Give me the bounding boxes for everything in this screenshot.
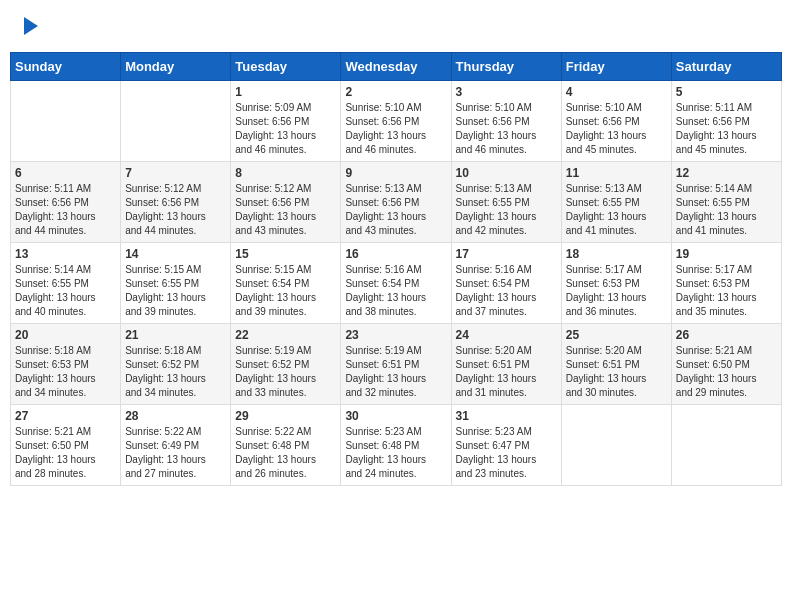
day-number: 30 (345, 409, 446, 423)
day-number: 1 (235, 85, 336, 99)
calendar-cell: 12Sunrise: 5:14 AM Sunset: 6:55 PM Dayli… (671, 162, 781, 243)
day-info: Sunrise: 5:10 AM Sunset: 6:56 PM Dayligh… (345, 101, 446, 157)
day-info: Sunrise: 5:11 AM Sunset: 6:56 PM Dayligh… (15, 182, 116, 238)
calendar-cell: 26Sunrise: 5:21 AM Sunset: 6:50 PM Dayli… (671, 324, 781, 405)
day-number: 21 (125, 328, 226, 342)
calendar-cell: 30Sunrise: 5:23 AM Sunset: 6:48 PM Dayli… (341, 405, 451, 486)
calendar-header-sunday: Sunday (11, 53, 121, 81)
calendar-cell: 31Sunrise: 5:23 AM Sunset: 6:47 PM Dayli… (451, 405, 561, 486)
calendar-cell: 24Sunrise: 5:20 AM Sunset: 6:51 PM Dayli… (451, 324, 561, 405)
calendar-cell: 2Sunrise: 5:10 AM Sunset: 6:56 PM Daylig… (341, 81, 451, 162)
day-info: Sunrise: 5:22 AM Sunset: 6:49 PM Dayligh… (125, 425, 226, 481)
calendar-header-wednesday: Wednesday (341, 53, 451, 81)
calendar-cell: 14Sunrise: 5:15 AM Sunset: 6:55 PM Dayli… (121, 243, 231, 324)
day-info: Sunrise: 5:23 AM Sunset: 6:47 PM Dayligh… (456, 425, 557, 481)
calendar-header-monday: Monday (121, 53, 231, 81)
day-number: 29 (235, 409, 336, 423)
calendar-cell: 8Sunrise: 5:12 AM Sunset: 6:56 PM Daylig… (231, 162, 341, 243)
day-info: Sunrise: 5:12 AM Sunset: 6:56 PM Dayligh… (235, 182, 336, 238)
day-number: 15 (235, 247, 336, 261)
calendar-cell (121, 81, 231, 162)
page-header (10, 10, 782, 42)
calendar-cell: 25Sunrise: 5:20 AM Sunset: 6:51 PM Dayli… (561, 324, 671, 405)
calendar-cell: 15Sunrise: 5:15 AM Sunset: 6:54 PM Dayli… (231, 243, 341, 324)
day-info: Sunrise: 5:18 AM Sunset: 6:53 PM Dayligh… (15, 344, 116, 400)
day-number: 11 (566, 166, 667, 180)
day-number: 31 (456, 409, 557, 423)
calendar-cell (561, 405, 671, 486)
day-number: 5 (676, 85, 777, 99)
calendar-cell: 16Sunrise: 5:16 AM Sunset: 6:54 PM Dayli… (341, 243, 451, 324)
calendar-header-tuesday: Tuesday (231, 53, 341, 81)
day-info: Sunrise: 5:12 AM Sunset: 6:56 PM Dayligh… (125, 182, 226, 238)
calendar-cell: 28Sunrise: 5:22 AM Sunset: 6:49 PM Dayli… (121, 405, 231, 486)
day-info: Sunrise: 5:23 AM Sunset: 6:48 PM Dayligh… (345, 425, 446, 481)
day-number: 12 (676, 166, 777, 180)
day-number: 26 (676, 328, 777, 342)
day-info: Sunrise: 5:21 AM Sunset: 6:50 PM Dayligh… (15, 425, 116, 481)
calendar-cell: 17Sunrise: 5:16 AM Sunset: 6:54 PM Dayli… (451, 243, 561, 324)
day-number: 18 (566, 247, 667, 261)
calendar-cell: 9Sunrise: 5:13 AM Sunset: 6:56 PM Daylig… (341, 162, 451, 243)
day-number: 13 (15, 247, 116, 261)
day-number: 20 (15, 328, 116, 342)
calendar-cell: 3Sunrise: 5:10 AM Sunset: 6:56 PM Daylig… (451, 81, 561, 162)
day-info: Sunrise: 5:22 AM Sunset: 6:48 PM Dayligh… (235, 425, 336, 481)
calendar-cell: 6Sunrise: 5:11 AM Sunset: 6:56 PM Daylig… (11, 162, 121, 243)
day-info: Sunrise: 5:10 AM Sunset: 6:56 PM Dayligh… (456, 101, 557, 157)
calendar-cell: 20Sunrise: 5:18 AM Sunset: 6:53 PM Dayli… (11, 324, 121, 405)
day-info: Sunrise: 5:15 AM Sunset: 6:54 PM Dayligh… (235, 263, 336, 319)
day-info: Sunrise: 5:20 AM Sunset: 6:51 PM Dayligh… (566, 344, 667, 400)
day-number: 8 (235, 166, 336, 180)
calendar-header-saturday: Saturday (671, 53, 781, 81)
day-number: 2 (345, 85, 446, 99)
day-info: Sunrise: 5:13 AM Sunset: 6:56 PM Dayligh… (345, 182, 446, 238)
day-info: Sunrise: 5:19 AM Sunset: 6:51 PM Dayligh… (345, 344, 446, 400)
day-number: 25 (566, 328, 667, 342)
calendar-cell: 4Sunrise: 5:10 AM Sunset: 6:56 PM Daylig… (561, 81, 671, 162)
day-number: 22 (235, 328, 336, 342)
day-number: 17 (456, 247, 557, 261)
calendar-cell: 10Sunrise: 5:13 AM Sunset: 6:55 PM Dayli… (451, 162, 561, 243)
calendar-header-thursday: Thursday (451, 53, 561, 81)
calendar-cell: 18Sunrise: 5:17 AM Sunset: 6:53 PM Dayli… (561, 243, 671, 324)
calendar-cell (11, 81, 121, 162)
day-info: Sunrise: 5:14 AM Sunset: 6:55 PM Dayligh… (15, 263, 116, 319)
calendar-cell: 1Sunrise: 5:09 AM Sunset: 6:56 PM Daylig… (231, 81, 341, 162)
calendar-cell: 23Sunrise: 5:19 AM Sunset: 6:51 PM Dayli… (341, 324, 451, 405)
day-info: Sunrise: 5:20 AM Sunset: 6:51 PM Dayligh… (456, 344, 557, 400)
day-info: Sunrise: 5:18 AM Sunset: 6:52 PM Dayligh… (125, 344, 226, 400)
day-number: 6 (15, 166, 116, 180)
day-number: 7 (125, 166, 226, 180)
svg-marker-0 (24, 17, 38, 35)
day-number: 10 (456, 166, 557, 180)
day-info: Sunrise: 5:15 AM Sunset: 6:55 PM Dayligh… (125, 263, 226, 319)
calendar-cell: 7Sunrise: 5:12 AM Sunset: 6:56 PM Daylig… (121, 162, 231, 243)
calendar-cell: 29Sunrise: 5:22 AM Sunset: 6:48 PM Dayli… (231, 405, 341, 486)
calendar-cell: 11Sunrise: 5:13 AM Sunset: 6:55 PM Dayli… (561, 162, 671, 243)
day-number: 23 (345, 328, 446, 342)
day-number: 19 (676, 247, 777, 261)
day-info: Sunrise: 5:16 AM Sunset: 6:54 PM Dayligh… (345, 263, 446, 319)
logo-arrow-icon (22, 15, 40, 41)
day-number: 3 (456, 85, 557, 99)
calendar-cell: 21Sunrise: 5:18 AM Sunset: 6:52 PM Dayli… (121, 324, 231, 405)
calendar-cell: 22Sunrise: 5:19 AM Sunset: 6:52 PM Dayli… (231, 324, 341, 405)
day-number: 14 (125, 247, 226, 261)
day-info: Sunrise: 5:10 AM Sunset: 6:56 PM Dayligh… (566, 101, 667, 157)
day-info: Sunrise: 5:21 AM Sunset: 6:50 PM Dayligh… (676, 344, 777, 400)
calendar-header-friday: Friday (561, 53, 671, 81)
day-info: Sunrise: 5:17 AM Sunset: 6:53 PM Dayligh… (676, 263, 777, 319)
day-info: Sunrise: 5:13 AM Sunset: 6:55 PM Dayligh… (456, 182, 557, 238)
day-number: 16 (345, 247, 446, 261)
day-number: 4 (566, 85, 667, 99)
day-info: Sunrise: 5:14 AM Sunset: 6:55 PM Dayligh… (676, 182, 777, 238)
day-number: 24 (456, 328, 557, 342)
day-info: Sunrise: 5:17 AM Sunset: 6:53 PM Dayligh… (566, 263, 667, 319)
day-number: 9 (345, 166, 446, 180)
calendar-cell: 5Sunrise: 5:11 AM Sunset: 6:56 PM Daylig… (671, 81, 781, 162)
calendar-cell: 13Sunrise: 5:14 AM Sunset: 6:55 PM Dayli… (11, 243, 121, 324)
day-info: Sunrise: 5:13 AM Sunset: 6:55 PM Dayligh… (566, 182, 667, 238)
day-info: Sunrise: 5:09 AM Sunset: 6:56 PM Dayligh… (235, 101, 336, 157)
day-info: Sunrise: 5:19 AM Sunset: 6:52 PM Dayligh… (235, 344, 336, 400)
